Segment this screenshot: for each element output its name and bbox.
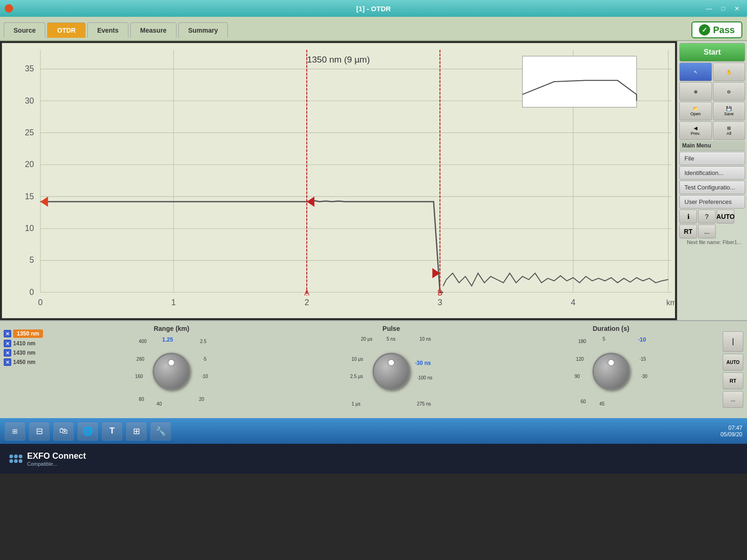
- taskbar-store-button[interactable]: 🛍: [53, 422, 74, 441]
- zoom-icon-row: ⊕ ⊖: [679, 82, 745, 101]
- title-bar: [1] - OTDR — □ ✕: [0, 0, 747, 17]
- more-button[interactable]: ...: [698, 224, 716, 238]
- wavelength-item-1350: ✕ 1350 nm: [4, 329, 60, 338]
- auto-button[interactable]: AUTO: [717, 210, 734, 224]
- svg-text:30: 30: [25, 96, 34, 105]
- wavelength-checkbox-1350[interactable]: ✕: [4, 330, 11, 337]
- tab-measure[interactable]: Measure: [130, 22, 176, 38]
- window-controls: — □ ✕: [703, 4, 742, 13]
- otdr-chart[interactable]: 35 30 25 20 15 10 5 0 0 1 2 3 4 km 1350 …: [2, 43, 675, 318]
- menu-file-button[interactable]: File: [679, 152, 745, 165]
- svg-text:2: 2: [304, 298, 309, 307]
- rt-knob-button[interactable]: RT: [723, 372, 743, 389]
- tab-otdr[interactable]: OTDR: [47, 22, 85, 38]
- pulse-label-100ns: ·100 ns: [417, 375, 432, 380]
- duration-label-30: ·30: [641, 374, 648, 379]
- t-icon: T: [110, 426, 115, 436]
- svg-text:20: 20: [25, 160, 34, 169]
- taskbar-grid-button[interactable]: ⊞: [126, 422, 147, 441]
- zoom-out-icon: ⊖: [727, 89, 731, 94]
- exfo-dot-6: [19, 459, 22, 463]
- range-label-40: 40: [156, 401, 162, 406]
- taskbar-t-button[interactable]: T: [102, 422, 122, 441]
- menu-testconfig-button[interactable]: Test Configuratio...: [679, 181, 745, 194]
- save-icon: 💾: [726, 106, 732, 111]
- all-button[interactable]: ⊞ All: [713, 121, 746, 140]
- pan-tool-button[interactable]: ✋: [713, 63, 746, 81]
- range-label-260: 260: [136, 357, 144, 362]
- marker-button[interactable]: |: [723, 331, 743, 352]
- pulse-title: Pulse: [382, 325, 400, 332]
- cursor-tool-button[interactable]: ↖: [679, 63, 712, 81]
- taskbar-browser-button[interactable]: 🌐: [78, 422, 98, 441]
- apps-icon: ⊟: [36, 426, 43, 436]
- wavelength-label-1450[interactable]: 1450 nm: [13, 359, 35, 365]
- folder-icon: 📂: [693, 106, 698, 111]
- chart-area: 35 30 25 20 15 10 5 0 0 1 2 3 4 km 1350 …: [2, 43, 675, 318]
- exfo-dot-5: [14, 459, 18, 463]
- store-icon: 🛍: [59, 426, 68, 436]
- more-knob-button[interactable]: ...: [723, 391, 743, 408]
- minimize-button[interactable]: —: [703, 4, 715, 13]
- pulse-label-5ns: 5 ns: [387, 336, 395, 342]
- prev-all-row: ◀ Prev. ⊞ All: [679, 121, 745, 140]
- duration-label-45: 45: [599, 401, 605, 406]
- open-save-row: 📂 Open 💾 Save: [679, 102, 745, 120]
- tab-source[interactable]: Source: [4, 22, 45, 38]
- zoom-in-button[interactable]: ⊕: [679, 82, 712, 101]
- duration-label-180: 180: [578, 339, 586, 344]
- wavelength-label-1410[interactable]: 1410 nm: [13, 340, 35, 347]
- start-button[interactable]: Start: [679, 43, 745, 62]
- range-knob[interactable]: [153, 353, 190, 390]
- wavelength-label-1430[interactable]: 1430 nm: [13, 350, 35, 356]
- exfo-company-name: EXFO Connect: [27, 451, 86, 461]
- duration-knob[interactable]: [592, 353, 630, 390]
- windows-icon: ⊞: [12, 427, 18, 435]
- wavelength-checkbox-1450[interactable]: ✕: [4, 358, 11, 366]
- range-title: Range (km): [154, 325, 189, 332]
- exfo-subtitle: Compatible...: [27, 461, 86, 467]
- close-button[interactable]: ✕: [732, 4, 742, 13]
- wavelength-label-1350[interactable]: 1350 nm: [13, 329, 43, 338]
- help-button[interactable]: ?: [698, 210, 716, 224]
- auto-knob-button[interactable]: AUTO: [723, 354, 743, 371]
- pulse-label-275ns: 275 ns: [417, 401, 431, 406]
- rt-button[interactable]: RT: [679, 224, 697, 238]
- exfo-dot-3: [19, 455, 22, 458]
- wavelength-item-1410: ✕ 1410 nm: [4, 340, 60, 347]
- pulse-knob-section: Pulse 20 µs 5 ns 10 ns 10 µs ·30 ns 2.5 …: [283, 325, 500, 414]
- menu-identification-button[interactable]: Identification...: [679, 166, 745, 180]
- svg-text:25: 25: [25, 128, 34, 137]
- maximize-button[interactable]: □: [719, 4, 728, 13]
- start-menu-button[interactable]: ⊞: [5, 422, 25, 441]
- taskbar-tool-button[interactable]: 🔧: [150, 422, 171, 441]
- svg-text:km: km: [666, 298, 675, 307]
- exfo-dots: [9, 455, 22, 463]
- save-button[interactable]: 💾 Save: [713, 102, 746, 120]
- tab-summary[interactable]: Summary: [178, 22, 228, 38]
- right-control-buttons: | AUTO RT ...: [723, 325, 743, 414]
- pulse-knob[interactable]: [373, 353, 410, 390]
- tab-events[interactable]: Events: [87, 22, 128, 38]
- svg-text:0: 0: [29, 287, 34, 297]
- duration-label-60: 60: [581, 399, 586, 404]
- main-content: 35 30 25 20 15 10 5 0 0 1 2 3 4 km 1350 …: [0, 41, 747, 320]
- svg-text:15: 15: [25, 192, 34, 201]
- main-menu-label: Main Menu: [679, 141, 745, 151]
- tool-icon: 🔧: [155, 426, 166, 436]
- browser-icon: 🌐: [83, 426, 93, 436]
- wavelength-checkbox-1430[interactable]: ✕: [4, 349, 11, 357]
- duration-label-120: 120: [576, 357, 584, 362]
- range-label-10: ·10: [201, 374, 208, 379]
- zoom-out-button[interactable]: ⊖: [713, 82, 746, 101]
- taskbar-apps-button[interactable]: ⊟: [29, 422, 49, 441]
- taskbar-clock: 07:47: [720, 425, 742, 431]
- svg-text:0: 0: [38, 298, 43, 307]
- info-button[interactable]: ℹ: [679, 210, 697, 224]
- wavelength-checkbox-1410[interactable]: ✕: [4, 340, 11, 347]
- prev-button[interactable]: ◀ Prev.: [679, 121, 712, 140]
- menu-userprefs-button[interactable]: User Preferences: [679, 195, 745, 209]
- range-knob-section: Range (km) 400 1.25 2.5 260 ·5 160 ·10 8…: [63, 325, 280, 414]
- open-button[interactable]: 📂 Open: [679, 102, 712, 120]
- hand-icon: ✋: [726, 70, 732, 75]
